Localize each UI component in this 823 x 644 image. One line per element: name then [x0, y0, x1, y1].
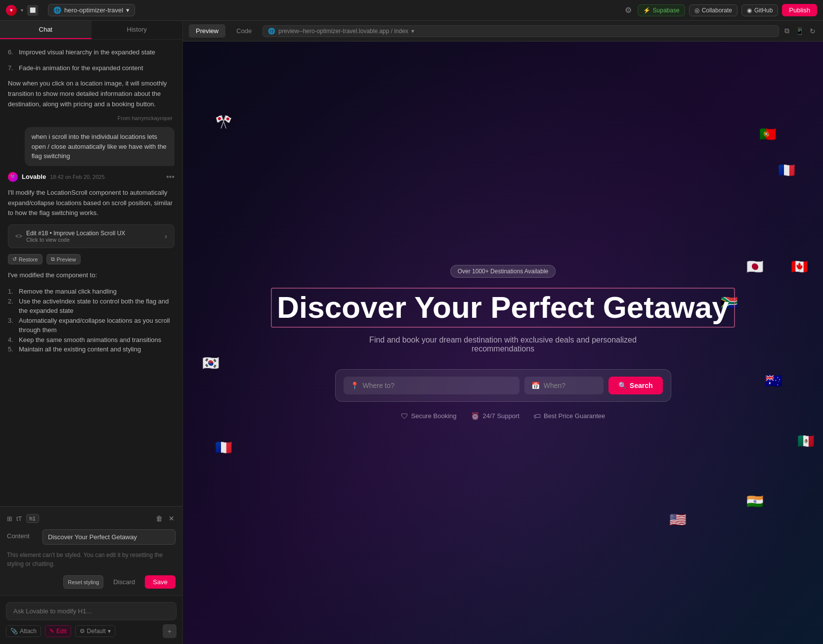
- message-from-label: From harrymckayroper: [8, 115, 174, 121]
- collaborate-icon: ◎: [694, 7, 699, 14]
- main-layout: Chat History 6. Improved visual hierarch…: [0, 21, 823, 644]
- list-item: 5. Maintain all the existing content and…: [8, 344, 174, 354]
- supabase-icon: ⚡: [643, 7, 650, 14]
- globe-icon: 🌐: [53, 6, 61, 14]
- tab-chat[interactable]: Chat: [0, 21, 91, 39]
- code-block[interactable]: <> Edit #18 • Improve Location Scroll UX…: [8, 224, 174, 248]
- content-input[interactable]: [43, 529, 175, 545]
- external-link-button[interactable]: ⧉: [783, 25, 791, 37]
- editor-panel: ⊞ tT h1 🗑 ✕ Content This element can't b…: [0, 506, 182, 596]
- delete-button[interactable]: 🗑: [155, 514, 164, 523]
- search-button[interactable]: 🔍 Search: [608, 377, 663, 394]
- flag-icon: 🇦🇺: [765, 373, 782, 389]
- save-button[interactable]: Save: [145, 575, 175, 589]
- edit-mode-button[interactable]: ✎ Edit: [45, 625, 71, 637]
- default-icon: ⚙: [80, 628, 85, 635]
- code-icon: <>: [15, 233, 22, 240]
- list-item: 3. Automatically expand/collapse locatio…: [8, 316, 174, 335]
- left-panel: Chat History 6. Improved visual hierarch…: [0, 21, 183, 644]
- tag-icon: 🏷: [533, 412, 541, 420]
- attach-button[interactable]: 📎 Attach: [6, 625, 41, 637]
- assistant-name: Lovable: [22, 173, 46, 180]
- url-dropdown-icon: ▾: [411, 28, 414, 35]
- assistant-intro-text: Now when you click on a location image, …: [8, 79, 174, 109]
- topbar: ♥ ▾ ⬜ 🌐 hero-optimizer-travel ▾ ⚙ ⚡ Supa…: [0, 0, 823, 21]
- content-label: Content: [7, 529, 37, 540]
- topbar-right: ⚙ ⚡ Supabase ◎ Collaborate ◉ GitHub Publ…: [623, 3, 817, 17]
- publish-button[interactable]: Publish: [782, 4, 817, 16]
- flag-icon: 🇫🇷: [778, 162, 795, 178]
- url-globe-icon: 🌐: [268, 28, 275, 35]
- type-icon: ⊞: [7, 515, 12, 522]
- flag-icon: 🇮🇳: [746, 493, 764, 510]
- hero-section: 🎌🇵🇹🇫🇷🇯🇵🇨🇦🇿🇦🇦🇺🇲🇽🇮🇳🇺🇸🇫🇷🇰🇷 Over 1000+ Desti…: [183, 42, 823, 644]
- view-code-link[interactable]: Click to view code: [26, 237, 125, 243]
- default-button[interactable]: ⚙ Default ▾: [75, 625, 115, 637]
- editor-type: ⊞ tT h1: [7, 514, 39, 523]
- list-item: 2. Use the activeIndex state to control …: [8, 297, 174, 316]
- logo-icon[interactable]: ♥: [6, 5, 17, 16]
- calendar-icon: 📅: [531, 382, 540, 389]
- tab-preview[interactable]: Preview: [189, 24, 225, 38]
- list-item: 7. Fade-in animation for the expanded co…: [8, 63, 174, 73]
- restore-button[interactable]: ↺ Restore: [8, 254, 43, 264]
- where-input[interactable]: 📍 Where to?: [344, 377, 520, 394]
- assistant-header: 💜 Lovable 18:42 on Feb 20, 2025 •••: [8, 172, 174, 182]
- close-button[interactable]: ✕: [168, 514, 175, 523]
- window-icon[interactable]: ⬜: [27, 5, 38, 16]
- type-label: tT: [16, 515, 22, 522]
- editor-note: This element can't be styled. You can ed…: [7, 551, 175, 568]
- flag-icon: 🇺🇸: [669, 512, 687, 528]
- assistant-response-text: I'll modify the LocationScroll component…: [8, 188, 174, 218]
- floating-flags: 🎌🇵🇹🇫🇷🇯🇵🇨🇦🇿🇦🇦🇺🇲🇽🇮🇳🇺🇸🇫🇷🇰🇷: [183, 42, 823, 644]
- github-button[interactable]: ◉ GitHub: [741, 4, 778, 16]
- list-item: 1. Remove the manual click handling: [8, 287, 174, 297]
- preview-area: 🎌🇵🇹🇫🇷🇯🇵🇨🇦🇿🇦🇦🇺🇲🇽🇮🇳🇺🇸🇫🇷🇰🇷 Over 1000+ Desti…: [183, 42, 823, 644]
- preview-content: 🎌🇵🇹🇫🇷🇯🇵🇨🇦🇿🇦🇦🇺🇲🇽🇮🇳🇺🇸🇫🇷🇰🇷 Over 1000+ Desti…: [183, 42, 823, 644]
- search-box: 📍 Where to? 📅 When? 🔍 Search: [335, 369, 671, 402]
- project-name[interactable]: 🌐 hero-optimizer-travel ▾: [48, 4, 135, 16]
- right-panel: Preview Code 🌐 preview--hero-optimizer-t…: [183, 21, 823, 644]
- send-button[interactable]: +: [163, 624, 176, 638]
- flag-icon: 🇫🇷: [215, 439, 232, 456]
- project-dropdown-icon: ▾: [126, 6, 130, 14]
- collaborate-button[interactable]: ◎ Collaborate: [689, 4, 737, 16]
- clock-icon: ⏰: [471, 412, 480, 421]
- url-bar[interactable]: 🌐 preview--hero-optimizer-travel.lovable…: [262, 25, 779, 37]
- supabase-button[interactable]: ⚡ Supabase: [638, 4, 685, 16]
- chat-input[interactable]: [6, 602, 176, 620]
- hero-title: Discover Your Perfect Getaway: [271, 288, 735, 327]
- mobile-view-button[interactable]: 📱: [794, 25, 805, 37]
- tab-code[interactable]: Code: [229, 24, 259, 38]
- search-icon: 🔍: [618, 382, 627, 389]
- flag-icon: 🇵🇹: [759, 126, 777, 142]
- editor-field: Content: [7, 529, 175, 545]
- preview-button[interactable]: ⧉ Preview: [46, 254, 81, 264]
- location-icon: 📍: [350, 382, 359, 389]
- modified-label: I've modified the component to:: [8, 270, 174, 281]
- assistant-menu-icon[interactable]: •••: [166, 172, 174, 181]
- when-input[interactable]: 📅 When?: [524, 377, 604, 394]
- preview-actions: ⧉ 📱 ↻: [783, 25, 817, 37]
- code-block-left: <> Edit #18 • Improve Location Scroll UX…: [15, 230, 125, 243]
- chat-content: 6. Improved visual hierarchy in the expa…: [0, 40, 182, 506]
- hero-title-box[interactable]: Discover Your Perfect Getaway: [271, 288, 735, 327]
- tab-history[interactable]: History: [91, 21, 183, 39]
- flag-icon: 🇨🇦: [791, 258, 808, 275]
- editor-actions: Reset styling Discard Save: [7, 575, 175, 589]
- topbar-left: ♥ ▾ ⬜ 🌐 hero-optimizer-travel ▾: [6, 4, 135, 16]
- reset-styling-button[interactable]: Reset styling: [63, 575, 103, 589]
- user-message-bubble: when i scroll into the individual locati…: [25, 127, 174, 166]
- shield-icon: 🛡: [401, 412, 408, 420]
- restore-icon: ↺: [12, 256, 17, 262]
- steps-list: 1. Remove the manual click handling 2. U…: [8, 287, 174, 354]
- flag-icon: 🎌: [215, 114, 232, 130]
- discard-button[interactable]: Discard: [107, 575, 141, 589]
- edit-icon: ✎: [49, 628, 54, 635]
- chat-input-row: 📎 Attach ✎ Edit ⚙ Default ▾ +: [6, 624, 176, 638]
- settings-button[interactable]: ⚙: [623, 3, 634, 17]
- flag-icon: 🇯🇵: [746, 258, 764, 275]
- refresh-button[interactable]: ↻: [808, 25, 817, 37]
- github-icon: ◉: [747, 7, 752, 14]
- flag-icon: 🇰🇷: [202, 355, 219, 371]
